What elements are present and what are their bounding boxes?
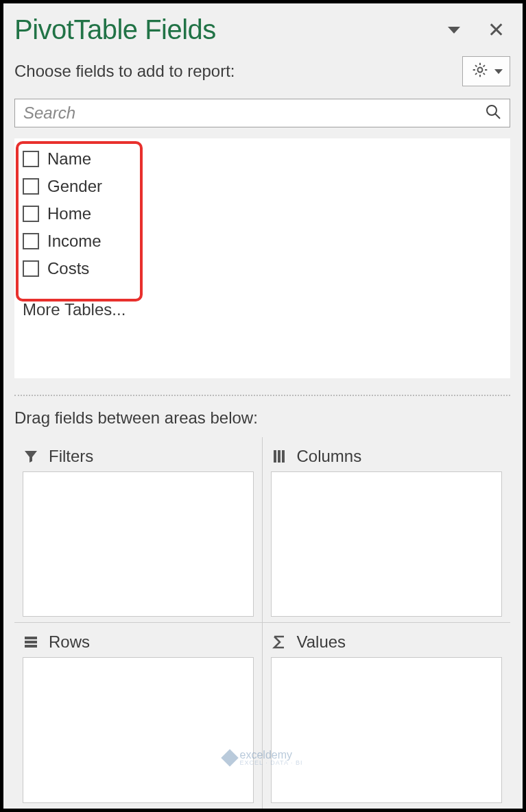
filters-label: Filters [49, 447, 93, 466]
panel-title: PivotTable Fields [14, 14, 216, 45]
field-item-income[interactable]: Income [20, 227, 503, 255]
field-label: Income [47, 232, 101, 251]
field-item-home[interactable]: Home [20, 200, 503, 227]
rows-area: Rows [14, 623, 263, 809]
svg-rect-5 [282, 450, 285, 463]
svg-line-2 [495, 114, 500, 119]
close-icon[interactable]: ✕ [488, 20, 505, 40]
filter-icon [23, 448, 39, 465]
checkbox[interactable] [23, 151, 39, 167]
svg-rect-6 [25, 637, 37, 639]
pivottable-fields-panel: PivotTable Fields ✕ Choose fields to add… [3, 3, 523, 809]
field-label: Home [47, 204, 91, 223]
gear-icon [471, 61, 489, 82]
values-label: Values [297, 632, 346, 652]
columns-icon [271, 448, 287, 465]
checkbox[interactable] [23, 206, 39, 222]
checkbox[interactable] [23, 260, 39, 277]
field-label: Costs [47, 259, 89, 278]
search-input[interactable] [23, 103, 485, 123]
svg-rect-8 [25, 645, 37, 648]
fields-list: Name Gender Home Income Costs More Table… [14, 138, 510, 378]
search-icon [485, 103, 501, 123]
field-item-costs[interactable]: Costs [20, 255, 503, 282]
divider [14, 395, 510, 396]
rows-dropzone[interactable] [23, 657, 254, 803]
chevron-down-icon [494, 69, 503, 74]
settings-button[interactable] [462, 56, 510, 86]
choose-fields-label: Choose fields to add to report: [14, 62, 235, 81]
panel-dropdown-icon[interactable] [448, 27, 460, 34]
field-item-gender[interactable]: Gender [20, 173, 503, 200]
checkbox[interactable] [23, 178, 39, 195]
columns-dropzone[interactable] [271, 471, 503, 617]
rows-label: Rows [49, 632, 90, 652]
values-dropzone[interactable] [271, 657, 503, 803]
checkbox[interactable] [23, 233, 39, 249]
field-label: Name [47, 149, 91, 169]
svg-rect-3 [274, 450, 276, 463]
field-item-name[interactable]: Name [20, 145, 503, 173]
svg-point-0 [478, 68, 483, 73]
panel-header: PivotTable Fields ✕ [14, 10, 512, 55]
field-label: Gender [47, 177, 102, 196]
columns-label: Columns [297, 447, 362, 466]
svg-rect-7 [25, 641, 37, 643]
rows-icon [23, 634, 39, 650]
filters-area: Filters [14, 437, 263, 623]
drag-instruction-label: Drag fields between areas below: [14, 403, 512, 437]
areas-grid: Filters Columns [14, 437, 510, 809]
filters-dropzone[interactable] [23, 471, 254, 617]
values-area: Values [263, 623, 511, 809]
more-tables-link[interactable]: More Tables... [20, 282, 503, 322]
sigma-icon [271, 634, 287, 650]
svg-rect-4 [278, 450, 280, 463]
search-box[interactable] [14, 99, 510, 127]
columns-area: Columns [263, 437, 511, 623]
svg-point-1 [487, 106, 497, 115]
